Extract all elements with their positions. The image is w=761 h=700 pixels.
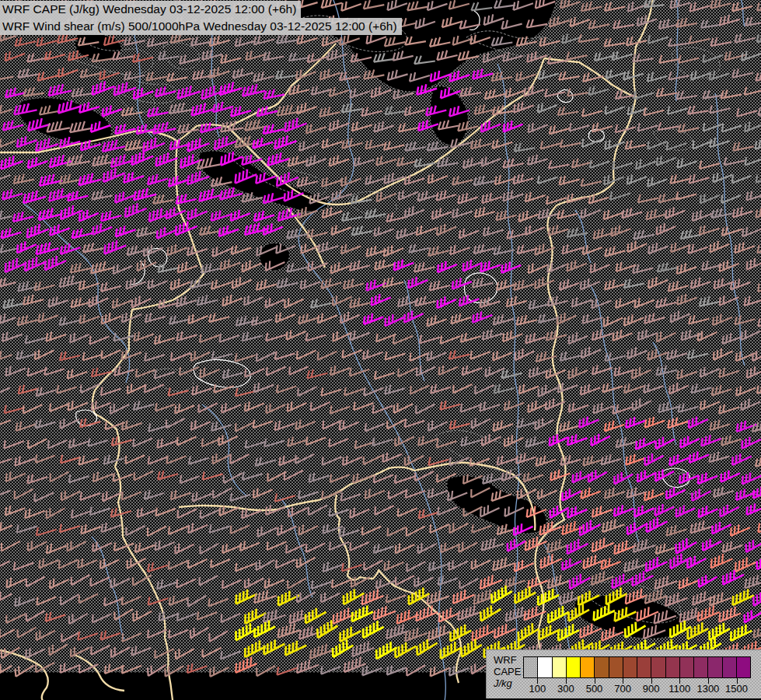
wind-barb [267,367,286,376]
wind-barb [741,399,760,411]
wind-barb [145,384,164,393]
wind-barb [81,69,102,78]
wind-barb [657,366,677,376]
wind-barb [407,562,425,571]
wind-barb [658,262,678,271]
wind-barb [310,644,332,659]
wind-barb [494,314,514,324]
wind-barb [79,210,99,222]
wind-barb [416,404,435,414]
wind-barb [513,173,533,184]
wind-barb [37,630,55,640]
wind-barb [659,19,679,29]
legend-swatch [666,656,680,678]
wind-barb [257,560,275,570]
wind-barb [616,90,637,99]
wind-barb [47,508,65,518]
wind-barb [416,606,438,621]
wind-barb [721,505,739,516]
wind-barb [298,313,319,324]
wind-barb [209,631,228,641]
wind-barb [638,329,658,340]
wind-barb [560,422,580,432]
wind-barb [549,160,570,168]
wind-barb [517,315,537,325]
wind-barb [690,520,713,533]
wind-barb [453,590,475,604]
wind-barb [322,491,341,499]
wind-barb [541,554,562,568]
wind-barb [655,576,677,589]
wind-barb [355,440,375,448]
wind-barb [626,454,646,465]
wind-barb [134,188,156,201]
wind-barb [676,506,696,517]
wind-barb [495,175,515,184]
legend-swatch [708,656,722,678]
wind-barb [0,105,12,115]
wind-barb [536,418,554,429]
wind-barb [68,191,88,201]
wind-barb [350,89,370,98]
legend-label-block: WRF CAPE J/kg [494,654,521,689]
wind-barb [155,152,177,166]
wind-barb [722,124,742,131]
wind-barb [632,367,651,379]
wind-barb [450,71,470,82]
wind-barb [330,366,350,375]
wind-barb [503,158,523,167]
wind-barb [606,69,627,79]
wind-barb [481,121,501,131]
wind-barb [78,632,98,639]
wind-barb [115,192,134,203]
wind-barb [352,641,374,656]
wind-barb [493,351,512,360]
wind-barb [101,387,121,395]
legend-label-wrf: WRF [494,654,521,666]
wind-barb [550,506,569,518]
wind-barb [101,631,121,640]
wind-barb [148,456,168,464]
wind-barb [15,597,34,606]
wind-barb [691,384,711,394]
wind-barb [657,88,678,96]
wind-barb [47,544,66,553]
wind-barb [188,523,208,534]
wind-barb [386,352,406,359]
wind-barb [497,456,518,465]
wind-barb [14,562,33,569]
wind-barb [635,298,655,307]
wind-barb [256,457,276,466]
wind-barb [312,86,332,95]
wind-barb [78,558,97,568]
wind-barb [437,224,456,236]
wind-barb [471,139,491,149]
wind-barb [668,281,689,291]
wind-barb [176,331,197,341]
wind-barb [340,421,359,430]
wind-barb [318,352,337,360]
wind-barb [342,212,363,221]
wind-barb [361,107,382,116]
wind-barb [88,438,108,446]
wind-barb [124,172,144,183]
wind-barb [155,335,175,345]
wind-barb [197,296,218,306]
wind-barb [737,109,757,117]
wind-barb [524,86,544,96]
wind-barb [222,580,242,589]
wind-barb [93,472,113,481]
wind-barb [439,366,459,376]
wind-barb [711,554,733,568]
wind-barb [285,298,304,308]
wind-barb [0,72,13,81]
wind-barb [670,175,690,184]
wind-barb [582,314,602,324]
wind-barb [212,352,232,359]
wind-barb [374,544,394,553]
wind-barb [60,352,80,360]
wind-barb [365,489,385,499]
wind-barb [677,294,696,305]
wind-barb [188,208,208,220]
legend-swatch [609,656,623,678]
